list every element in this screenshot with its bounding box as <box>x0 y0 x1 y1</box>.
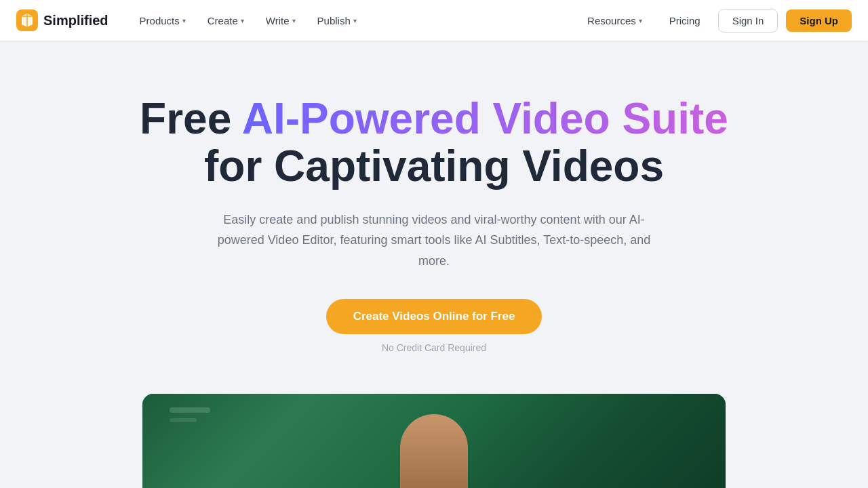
chevron-down-icon: ▾ <box>353 17 357 24</box>
hero-title-gradient: AI-Powered Video Suite <box>242 94 728 143</box>
nav-item-write[interactable]: Write ▾ <box>256 9 305 32</box>
video-preview <box>142 394 726 488</box>
signup-button[interactable]: Sign Up <box>786 9 852 32</box>
nav-write-label: Write <box>266 15 290 26</box>
hero-title-plain-end: for Captivating Videos <box>204 142 664 190</box>
person-silhouette <box>400 414 468 488</box>
nav-create-label: Create <box>208 15 238 26</box>
chevron-down-icon: ▾ <box>639 17 642 24</box>
hero-title: Free AI-Powered Video Suite for Captivat… <box>129 95 739 190</box>
preview-ui-bar-2 <box>170 418 197 422</box>
preview-section <box>0 380 868 488</box>
preview-ui-bar-1 <box>170 407 210 413</box>
navbar-nav: Products ▾ Create ▾ Write ▾ Publish ▾ <box>130 9 578 32</box>
nav-resources-label: Resources <box>587 15 636 26</box>
nav-publish-label: Publish <box>317 15 351 26</box>
chevron-down-icon: ▾ <box>292 17 296 24</box>
nav-item-resources[interactable]: Resources ▾ <box>578 9 652 32</box>
hero-title-plain-start: Free <box>140 94 242 143</box>
nav-item-create[interactable]: Create ▾ <box>198 9 254 32</box>
cta-note: No Credit Card Required <box>382 342 486 353</box>
nav-item-pricing[interactable]: Pricing <box>660 9 710 32</box>
logo-text: Simplified <box>43 13 108 28</box>
chevron-down-icon: ▾ <box>182 17 186 24</box>
hero-subtitle: Easily create and publish stunning video… <box>203 209 665 272</box>
logo-area[interactable]: Simplified <box>16 9 108 31</box>
signin-button[interactable]: Sign In <box>718 9 778 33</box>
nav-products-label: Products <box>140 15 180 26</box>
hero-section: Free AI-Powered Video Suite for Captivat… <box>0 41 868 380</box>
hero-cta-area: Create Videos Online for Free No Credit … <box>326 299 542 353</box>
simplified-logo-icon <box>16 9 38 31</box>
navbar-right: Resources ▾ Pricing Sign In Sign Up <box>578 9 852 33</box>
cta-button[interactable]: Create Videos Online for Free <box>326 299 542 334</box>
nav-item-products[interactable]: Products ▾ <box>130 9 195 32</box>
chevron-down-icon: ▾ <box>241 17 244 24</box>
nav-item-publish[interactable]: Publish ▾ <box>308 9 366 32</box>
navbar: Simplified Products ▾ Create ▾ Write ▾ P… <box>0 0 868 41</box>
nav-pricing-label: Pricing <box>669 15 701 26</box>
